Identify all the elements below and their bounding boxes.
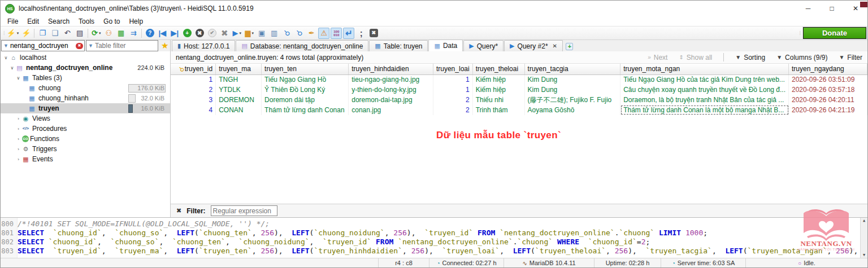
warn-highlight-toggle[interactable]: ⚠ [318,28,329,39]
cell[interactable]: Kiếm hiệp [472,74,524,85]
first-record-button[interactable]: |◀ [157,28,168,39]
cell[interactable]: Kiếm hiệp [472,85,524,95]
donate-grip[interactable]: ⁞ [799,30,800,36]
refresh-button[interactable]: ⟳▾ [90,28,102,39]
bulk-edit-button[interactable]: ⇉ [128,28,139,39]
user-manager-button[interactable]: ⚇ [103,28,114,39]
cell[interactable]: Aoyama Gōshō [524,105,620,115]
toolbar-grip[interactable]: ⁞ [3,30,4,36]
tree-item-functions[interactable]: ›GOFunctions [1,134,170,144]
tab-host[interactable]: ▮Host: 127.0.0.1 [172,40,235,51]
cell[interactable]: Tiếu Ngạo Giang Hồ [262,74,349,85]
column-header-truyen_loai[interactable]: truyen_loai [433,64,472,74]
cell[interactable]: 4 [171,105,216,115]
columns-button[interactable]: ▼Columns (9/9) [776,54,827,61]
table-filter-input[interactable] [95,42,158,50]
tab-table[interactable]: ▦Table: truyen [369,40,428,51]
sql-scrollbar[interactable]: ▲ ▼ [860,218,867,258]
tree-item-events[interactable]: ›▦Events [1,154,170,164]
cell[interactable]: (藤子不二雄); Fujiko F. Fujio [524,95,620,105]
expand-arrow-icon[interactable]: › [15,116,21,121]
save-button[interactable]: ▣ [256,28,267,39]
cell[interactable]: Thám tử lừng danh Conan là một bộ manga … [620,105,789,115]
close-filter-icon[interactable]: ✖ [176,207,181,214]
expand-arrow-icon[interactable]: ∨ [15,76,21,81]
tree-item-procedures[interactable]: ›</>Procedures [1,124,170,134]
cell[interactable]: Tiếu Ngạo Giang Hồ của tác giả Kim Dung … [620,74,789,85]
expand-arrow-icon[interactable]: ∨ [9,65,15,71]
tab-query2[interactable]: ▶Query #2*✕ [504,40,563,51]
expand-arrow-icon[interactable]: › [15,126,21,131]
print-button[interactable]: ▤ [74,28,85,39]
expand-arrow-icon[interactable]: ∨ [3,55,9,60]
maximize-button[interactable]: □ [820,1,844,16]
expand-arrow-icon[interactable]: › [15,147,21,152]
connect-button[interactable]: ⚡▾ [6,28,20,39]
binary-view-toggle[interactable]: 100 010 [331,28,342,39]
column-header-truyen_id[interactable]: ⚲truyen_id [171,64,216,74]
clear-filter-icon[interactable]: ✖ [76,43,83,49]
cell[interactable]: TNGH [216,74,262,85]
dropdown-arrow-icon[interactable]: ▾ [17,31,19,36]
menu-edit[interactable]: Edit [23,17,44,25]
cell[interactable]: 1 [171,74,216,85]
expand-arrow-icon[interactable]: › [15,157,21,162]
tree-item-chuong[interactable]: ▦chuong176.0 KiB [1,83,170,93]
scroll-down-icon[interactable]: ▼ [863,253,865,257]
tab-query[interactable]: ▶Query* [463,40,504,51]
donate-button[interactable]: Donate [803,27,866,39]
cell[interactable]: 2020-09-26 04:20:11 [789,95,867,105]
tab-database[interactable]: ▤Database: nentang_doctruyen_online [236,40,368,51]
column-header-truyen_mota_ngan[interactable]: truyen_mota_ngan [620,64,789,74]
find-button[interactable]: ⚲ [281,28,292,39]
tree-item-views[interactable]: ›◉Views [1,113,170,124]
menu-tools[interactable]: Tools [74,17,99,25]
reformat-button[interactable]: ✒ [306,28,317,39]
dropdown-arrow-icon[interactable]: ▾ [99,31,101,36]
cell[interactable]: YTDLK [216,85,262,95]
sql-line[interactable]: 802SELECT `chuong_id`, `chuong_so`, `chu… [1,238,867,247]
regex-filter-input[interactable] [211,205,277,216]
cell[interactable]: CONAN [216,105,262,115]
cell[interactable]: 2020-09-26 03:51:09 [789,74,867,85]
delete-record-button[interactable]: ✖ [194,28,205,39]
stop-button[interactable]: ✖ [368,28,379,39]
minimize-button[interactable]: ─ [796,1,820,16]
cell[interactable]: Câu chuyện xoay quanh truyền thuyết về Đ… [620,85,789,95]
sql-line[interactable]: 800/*!40101 SET SQL_MODE=IFNULL(@OLD_LOC… [1,219,867,229]
cell[interactable]: Kim Dung [524,74,620,85]
expand-arrow-icon[interactable]: › [15,137,21,142]
tree-item-localhost[interactable]: ∨⌂localhost [1,52,170,63]
dropdown-arrow-icon[interactable]: ▾ [240,31,242,36]
column-header-truyen_theloai[interactable]: truyen_theloai [472,64,524,74]
column-header-truyen_hinhdaidien[interactable]: truyen_hinhdaidien [349,64,433,74]
cell[interactable]: Thiếu nhi [472,95,524,105]
column-header-truyen_ma[interactable]: truyen_ma [216,64,262,74]
column-header-truyen_tacgia[interactable]: truyen_tacgia [524,64,620,74]
column-header-truyen_ten[interactable]: truyen_ten [262,64,349,74]
cell[interactable]: Kim Dung [524,85,620,95]
discard-changes-button[interactable]: ✖ [219,28,230,39]
cell[interactable]: 1 [433,74,472,85]
run-query-button[interactable]: ▶▾ [231,28,242,39]
sorting-button[interactable]: ▼Sorting [735,54,765,61]
post-changes-button[interactable]: ✔ [206,28,218,39]
cell[interactable]: y-thien-do-long-ky.jpg [349,85,433,95]
cell[interactable]: 2020-09-26 03:57:18 [789,85,867,95]
find-again-button[interactable]: ⚲ [293,28,305,39]
new-query-tab-button[interactable]: + [563,41,576,51]
cell[interactable]: doremon-dai-tap.jpg [349,95,433,105]
dropdown-arrow-icon[interactable]: ▾ [252,31,254,36]
tree-item-triggers[interactable]: ›⚙Triggers [1,144,170,154]
cell[interactable]: 2 [433,105,472,115]
tree-item-tables-3[interactable]: ∨▦Tables (3) [1,73,170,83]
close-tab-icon[interactable]: ✕ [553,43,557,49]
database-filter-input[interactable] [10,42,76,50]
cell[interactable]: Doraemon, là bộ truyện tranh Nhật Bản củ… [620,95,789,105]
save-as-button[interactable]: ▥ [268,28,280,39]
cell[interactable]: Thám tử lừng danh Conan [262,105,349,115]
favorites-star-icon[interactable]: ★ [161,41,168,51]
insert-record-button[interactable]: + [181,28,193,39]
menu-go-to[interactable]: Go to [99,17,124,25]
cell[interactable]: 1 [433,85,472,95]
